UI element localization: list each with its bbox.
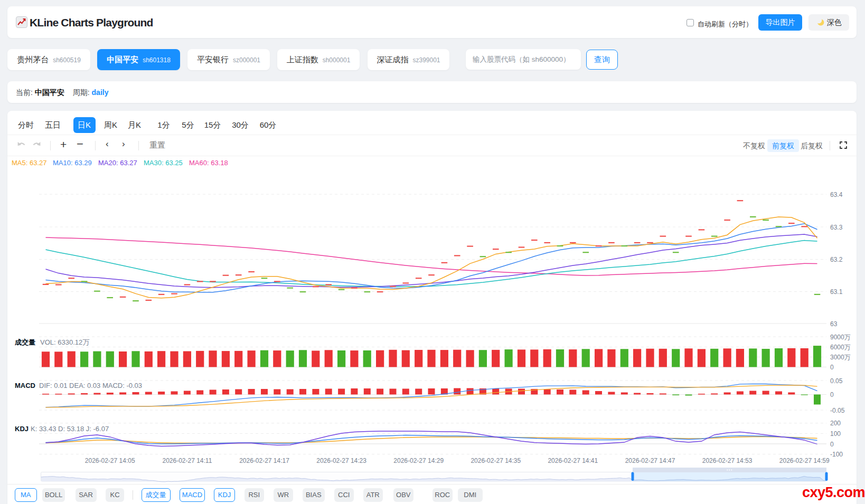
svg-text:63.4: 63.4 xyxy=(830,191,843,198)
svg-text:MA20: 63.27: MA20: 63.27 xyxy=(98,159,137,167)
svg-text:2026-02-27 14:35: 2026-02-27 14:35 xyxy=(471,457,521,464)
svg-text:成交量: 成交量 xyxy=(14,338,35,346)
svg-text:100: 100 xyxy=(830,430,841,438)
svg-text:2026-02-27 14:47: 2026-02-27 14:47 xyxy=(625,457,675,464)
svg-text:9000万: 9000万 xyxy=(830,334,851,341)
svg-text:K: 33.43 D: 53.18 J: -6.07: K: 33.43 D: 53.18 J: -6.07 xyxy=(31,425,109,433)
svg-text:VOL: 6330.12万: VOL: 6330.12万 xyxy=(40,338,89,346)
svg-text:2026-02-27 14:41: 2026-02-27 14:41 xyxy=(548,457,598,464)
svg-text:-0.05: -0.05 xyxy=(830,407,845,414)
svg-text:63.2: 63.2 xyxy=(830,256,843,263)
svg-text:63.1: 63.1 xyxy=(830,288,843,296)
svg-text:0: 0 xyxy=(830,364,834,371)
svg-text:2026-02-27 14:53: 2026-02-27 14:53 xyxy=(702,457,753,464)
svg-text:6000万: 6000万 xyxy=(830,344,851,351)
svg-text:MA60: 63.18: MA60: 63.18 xyxy=(189,159,228,167)
svg-text:63.3: 63.3 xyxy=(830,224,843,231)
svg-text:2026-02-27 14:59: 2026-02-27 14:59 xyxy=(779,457,830,464)
svg-text:2026-02-27 14:29: 2026-02-27 14:29 xyxy=(393,457,444,464)
svg-text:MA10: 63.29: MA10: 63.29 xyxy=(53,159,92,167)
svg-text:63: 63 xyxy=(830,320,838,328)
svg-text:MACD: MACD xyxy=(15,382,35,389)
svg-text:200: 200 xyxy=(830,420,841,427)
svg-text:3000万: 3000万 xyxy=(830,354,851,361)
svg-text:MA30: 63.25: MA30: 63.25 xyxy=(144,159,183,167)
svg-text:-100: -100 xyxy=(830,451,843,458)
svg-text:0: 0 xyxy=(830,441,834,448)
svg-text:2026-02-27 14:05: 2026-02-27 14:05 xyxy=(85,457,135,464)
svg-text:0: 0 xyxy=(830,391,834,398)
svg-text:KDJ: KDJ xyxy=(15,425,29,433)
svg-text:DIF: 0.01 DEA: 0.03 MACD: -0.0: DIF: 0.01 DEA: 0.03 MACD: -0.03 xyxy=(39,382,142,389)
svg-text:2026-02-27 14:17: 2026-02-27 14:17 xyxy=(239,457,289,464)
svg-text:MA5: 63.27: MA5: 63.27 xyxy=(12,159,47,167)
svg-text:2026-02-27 14:23: 2026-02-27 14:23 xyxy=(316,457,366,464)
svg-text:2026-02-27 14:11: 2026-02-27 14:11 xyxy=(162,457,212,464)
svg-text:0.05: 0.05 xyxy=(830,377,843,385)
